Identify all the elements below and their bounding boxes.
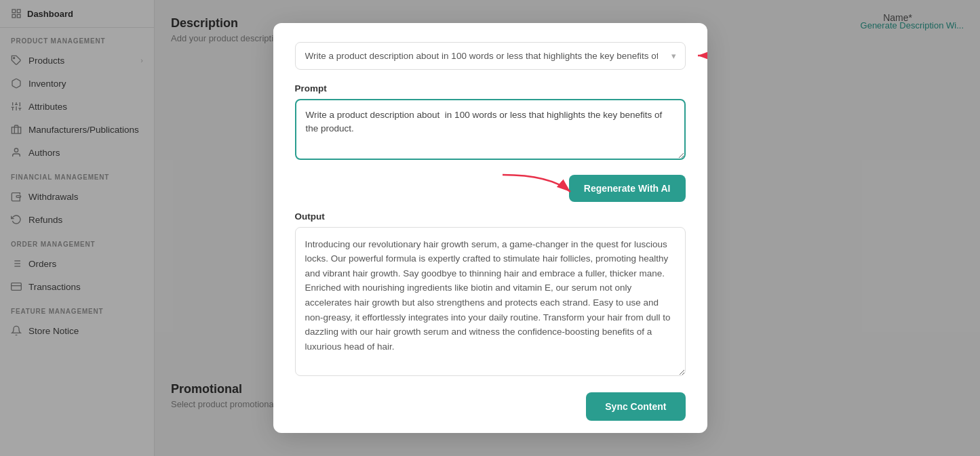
arrow-to-select-icon: [691, 42, 707, 69]
arrow-to-regenerate-icon: [496, 168, 577, 202]
ai-description-modal: Write a product description about in 100…: [273, 23, 707, 434]
regenerate-button[interactable]: Regenerate With AI: [569, 175, 686, 202]
output-label: Output: [295, 211, 686, 222]
predefined-prompt-select[interactable]: Write a product description about in 100…: [295, 42, 686, 70]
sync-row: Sync Content: [295, 392, 686, 421]
output-textarea[interactable]: [295, 227, 686, 376]
prompt-textarea[interactable]: [295, 99, 686, 160]
regenerate-row: Regenerate With AI: [295, 175, 686, 202]
modal-overlay[interactable]: Write a product description about in 100…: [0, 0, 980, 456]
sync-content-button[interactable]: Sync Content: [586, 392, 685, 421]
predefined-prompt-wrapper: Write a product description about in 100…: [295, 42, 686, 70]
predefined-annotation: Predefined prompt: [691, 42, 707, 69]
prompt-label: Prompt: [295, 83, 686, 94]
